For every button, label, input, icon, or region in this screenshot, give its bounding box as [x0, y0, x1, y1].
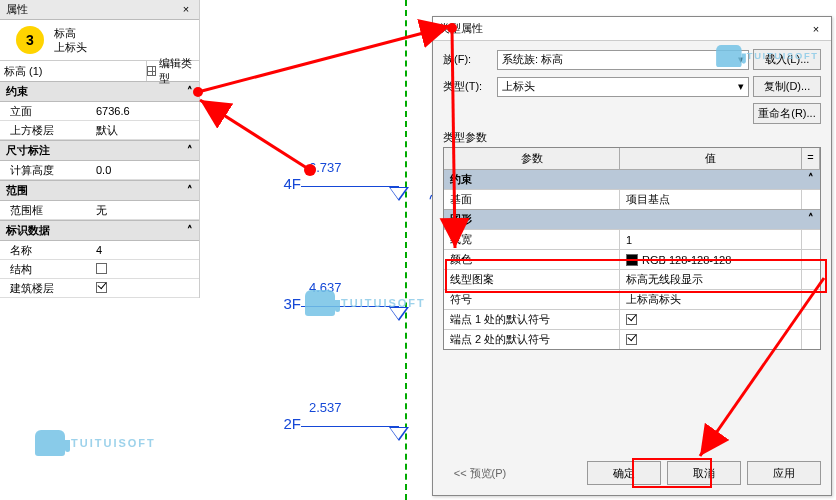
dialog-title-bar[interactable]: 类型属性 ×	[433, 17, 831, 41]
section-dim[interactable]: 尺寸标注˄	[0, 140, 199, 161]
elephant-icon	[35, 430, 65, 456]
level-4f[interactable]: 6.737 4F	[265, 160, 415, 192]
row-elevation[interactable]: 立面6736.6	[0, 102, 199, 121]
chevron-icon: ˄	[187, 144, 193, 157]
row-end1[interactable]: 端点 1 处的默认符号	[444, 309, 820, 329]
type-selector[interactable]	[0, 61, 146, 81]
hdr-param: 参数	[444, 148, 620, 169]
chevron-icon: ˄	[808, 172, 814, 187]
param-table-header: 参数 值 =	[444, 148, 820, 169]
rename-row: 重命名(R)...	[443, 103, 821, 124]
type-label: 类型(T):	[443, 79, 493, 94]
properties-panel: 属性 × 3 标高 上标头 编辑类型 约束˄ 立面6736.6 上方楼层默认 尺…	[0, 0, 200, 298]
grid-icon	[147, 66, 156, 76]
level-head-icon	[301, 426, 399, 427]
elephant-icon	[305, 290, 335, 316]
dialog-title: 类型属性	[439, 21, 483, 36]
cancel-button[interactable]: 取消	[667, 461, 741, 485]
step-badge-3: 3	[16, 26, 44, 54]
level-name: 3F	[265, 295, 301, 312]
rename-button[interactable]: 重命名(R)...	[753, 103, 821, 124]
color-swatch-icon	[626, 254, 638, 266]
section-scope[interactable]: 范围˄	[0, 180, 199, 201]
chevron-icon: ˄	[187, 184, 193, 197]
level-name: 4F	[265, 175, 301, 192]
row-struct[interactable]: 结构	[0, 260, 199, 279]
watermark: TUITUISOFT	[305, 290, 426, 316]
row-calc[interactable]: 计算高度0.0	[0, 161, 199, 180]
ok-button[interactable]: 确定	[587, 461, 661, 485]
edit-type-label: 编辑类型	[159, 56, 199, 86]
level-elev: 2.537	[265, 400, 415, 415]
row-color[interactable]: 颜色RGB 128-128-128	[444, 249, 820, 269]
param-table: 参数 值 = 约束˄ 基面项目基点 图形˄ 线宽1 颜色RGB 128-128-…	[443, 147, 821, 350]
row-lineweight[interactable]: 线宽1	[444, 229, 820, 249]
checkbox-icon[interactable]	[626, 314, 637, 325]
cat-constraint[interactable]: 约束˄	[444, 169, 820, 189]
checkbox-icon[interactable]	[96, 263, 107, 274]
row-base[interactable]: 基面项目基点	[444, 189, 820, 209]
preview-button[interactable]: << 预览(P)	[443, 461, 517, 485]
chevron-icon: ˄	[187, 85, 193, 98]
row-symbol[interactable]: 符号上标高标头	[444, 289, 820, 309]
chevron-icon: ˄	[808, 212, 814, 227]
close-icon[interactable]: ×	[807, 23, 825, 35]
type-row: 类型(T): 上标头▾ 复制(D)...	[443, 76, 821, 97]
checkbox-icon[interactable]	[626, 334, 637, 345]
level-name: 2F	[265, 415, 301, 432]
edit-type-button[interactable]: 编辑类型	[146, 61, 199, 81]
row-pattern[interactable]: 线型图案标高无线段显示	[444, 269, 820, 289]
row-end2[interactable]: 端点 2 处的默认符号	[444, 329, 820, 349]
head-line2: 上标头	[54, 40, 87, 54]
properties-head[interactable]: 3 标高 上标头	[0, 20, 199, 60]
duplicate-button[interactable]: 复制(D)...	[753, 76, 821, 97]
row-upper[interactable]: 上方楼层默认	[0, 121, 199, 140]
properties-head-text: 标高 上标头	[54, 26, 87, 54]
type-params-label: 类型参数	[443, 130, 821, 145]
hdr-val: 值	[620, 148, 802, 169]
section-id[interactable]: 标识数据˄	[0, 220, 199, 241]
hdr-eq: =	[802, 148, 820, 169]
watermark: TUITUISOFT	[35, 430, 156, 456]
row-bldg[interactable]: 建筑楼层	[0, 279, 199, 298]
level-head-icon	[301, 186, 399, 187]
family-label: 族(F):	[443, 52, 493, 67]
close-icon[interactable]: ×	[179, 3, 193, 17]
elephant-icon	[716, 45, 742, 67]
type-properties-dialog: 类型属性 × TUITUISOFT 族(F): 系统族: 标高▾ 载入(L)..…	[432, 16, 832, 496]
cat-graphic[interactable]: 图形˄	[444, 209, 820, 229]
level-2f[interactable]: 2.537 2F	[265, 400, 415, 432]
checkbox-icon[interactable]	[96, 282, 107, 293]
chevron-down-icon: ▾	[738, 80, 744, 93]
apply-button[interactable]: 应用	[747, 461, 821, 485]
type-select[interactable]: 上标头▾	[497, 77, 749, 97]
family-select[interactable]: 系统族: 标高▾	[497, 50, 749, 70]
dialog-footer: << 预览(P) 确定 取消 应用	[433, 461, 831, 485]
chevron-icon: ˄	[187, 224, 193, 237]
properties-title: 属性	[6, 2, 28, 17]
watermark: TUITUISOFT	[716, 45, 819, 67]
properties-title-bar: 属性 ×	[0, 0, 199, 20]
level-elev: 6.737	[265, 160, 415, 175]
row-scope[interactable]: 范围框无	[0, 201, 199, 220]
row-name[interactable]: 名称4	[0, 241, 199, 260]
head-line1: 标高	[54, 26, 87, 40]
